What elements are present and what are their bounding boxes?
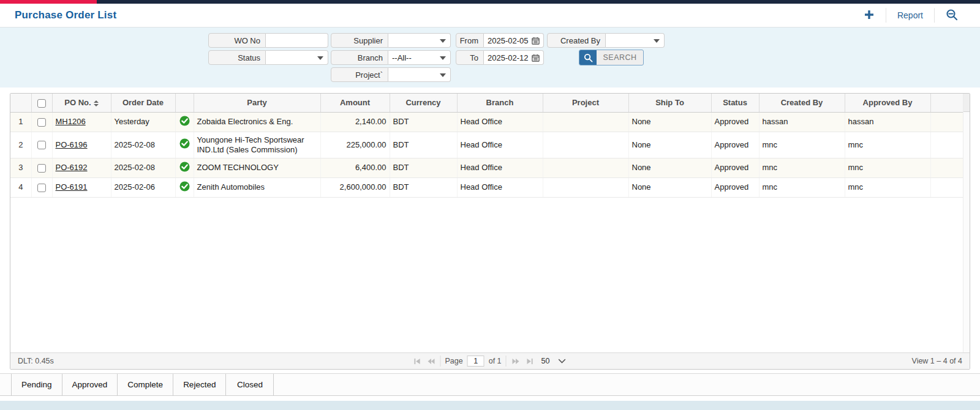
party-cell: Youngone Hi-Tech Sportswear IND.Ltd (Sal… bbox=[194, 132, 320, 158]
pager: Page of 1 50 bbox=[412, 353, 568, 369]
to-date-input[interactable]: 2025-02-12 bbox=[484, 50, 544, 65]
order-date-cell: 2025-02-06 bbox=[111, 177, 175, 197]
to-label: To bbox=[456, 50, 484, 65]
currency-cell: BDT bbox=[390, 132, 457, 158]
amount-cell: 2,600,000.00 bbox=[320, 177, 390, 197]
approved-check-icon bbox=[175, 177, 194, 197]
row-checkbox[interactable] bbox=[37, 184, 46, 192]
tab-rejected[interactable]: Rejected bbox=[173, 374, 226, 395]
from-date-input[interactable]: 2025-02-05 bbox=[484, 33, 544, 48]
project-cell bbox=[543, 132, 628, 158]
supplier-select[interactable] bbox=[388, 33, 451, 48]
row-checkbox-cell bbox=[31, 158, 52, 177]
party-cell: Zenith Automobiles bbox=[194, 177, 320, 197]
po-number-link[interactable]: PO-6196 bbox=[56, 140, 88, 149]
po-number-cell: MH1206 bbox=[52, 112, 111, 132]
page-size-select[interactable]: 50 bbox=[539, 355, 568, 367]
amount-cell: 2,140.00 bbox=[320, 112, 390, 132]
from-label: From bbox=[456, 33, 484, 48]
project-cell bbox=[543, 158, 628, 177]
po-number-cell: PO-6192 bbox=[52, 158, 111, 177]
last-page-icon[interactable] bbox=[525, 356, 535, 367]
ship-to-cell: None bbox=[628, 112, 711, 132]
po-number-link[interactable]: PO-6191 bbox=[56, 182, 88, 192]
col-project[interactable]: Project bbox=[543, 94, 628, 112]
row-checkbox[interactable] bbox=[37, 141, 46, 149]
report-button[interactable]: Report bbox=[886, 7, 934, 24]
page-label: Page bbox=[445, 357, 463, 365]
project-select[interactable] bbox=[388, 67, 451, 82]
po-number-link[interactable]: MH1206 bbox=[56, 117, 86, 126]
col-currency[interactable]: Currency bbox=[390, 94, 457, 112]
created-by-cell: mnc bbox=[759, 132, 845, 158]
plus-icon bbox=[864, 9, 875, 22]
toggle-search-button[interactable] bbox=[935, 7, 969, 24]
amount-cell: 6,400.00 bbox=[320, 158, 390, 177]
search-button-label: SEARCH bbox=[597, 50, 643, 65]
table-row: 3PO-61922025-02-08ZOOM TECHNOLOGY6,400.0… bbox=[10, 158, 963, 177]
status-cell: Approved bbox=[711, 112, 759, 132]
grid-scrollbar[interactable] bbox=[963, 94, 970, 352]
page-of-label: of 1 bbox=[489, 357, 502, 365]
tab-closed[interactable]: Closed bbox=[226, 374, 274, 395]
filler-cell bbox=[930, 132, 963, 158]
page-size-value: 50 bbox=[541, 357, 550, 365]
view-range-label: View 1 – 4 of 4 bbox=[912, 357, 962, 365]
col-amount[interactable]: Amount bbox=[320, 94, 390, 112]
branch-select[interactable]: --All-- bbox=[388, 50, 451, 65]
col-status[interactable]: Status bbox=[711, 94, 759, 112]
search-button[interactable]: SEARCH bbox=[579, 50, 644, 65]
wo-no-input[interactable] bbox=[266, 33, 328, 48]
divider bbox=[506, 356, 507, 367]
purchase-order-table: PO No. Order Date Party Amount Currency … bbox=[10, 94, 963, 198]
chevron-down-icon bbox=[654, 39, 660, 43]
col-approved-by[interactable]: Approved By bbox=[845, 94, 930, 112]
prev-page-icon[interactable] bbox=[426, 356, 436, 367]
po-number-link[interactable]: PO-6192 bbox=[56, 163, 88, 172]
first-page-icon[interactable] bbox=[412, 356, 422, 367]
supplier-label: Supplier bbox=[331, 33, 388, 48]
top-bar-red-segment bbox=[0, 0, 97, 4]
row-checkbox[interactable] bbox=[37, 164, 46, 173]
filter-created-by: Created By bbox=[547, 33, 665, 48]
sort-icon[interactable] bbox=[94, 100, 99, 106]
calendar-icon[interactable] bbox=[532, 54, 540, 62]
branch-cell: Head Office bbox=[457, 177, 543, 197]
col-po-no[interactable]: PO No. bbox=[52, 94, 111, 112]
created-by-cell: mnc bbox=[759, 177, 845, 197]
col-branch[interactable]: Branch bbox=[457, 94, 543, 112]
filler-cell bbox=[930, 177, 963, 197]
tab-complete[interactable]: Complete bbox=[118, 374, 173, 395]
col-ship-to[interactable]: Ship To bbox=[628, 94, 711, 112]
top-bar-navy-segment bbox=[97, 0, 980, 4]
tab-approved[interactable]: Approved bbox=[62, 374, 118, 395]
calendar-icon[interactable] bbox=[532, 37, 540, 45]
col-order-date[interactable]: Order Date bbox=[111, 94, 175, 112]
select-all-checkbox[interactable] bbox=[37, 99, 46, 108]
row-checkbox-cell bbox=[31, 132, 52, 158]
col-party[interactable]: Party bbox=[194, 94, 320, 112]
chevron-down-icon bbox=[440, 73, 446, 77]
header-actions: Report bbox=[853, 6, 969, 24]
table-header-row: PO No. Order Date Party Amount Currency … bbox=[10, 94, 963, 112]
grid-footer: DLT: 0.45s Page of 1 50 View 1 bbox=[10, 352, 970, 369]
row-checkbox-cell bbox=[31, 177, 52, 197]
branch-cell: Head Office bbox=[457, 158, 543, 177]
status-cell: Approved bbox=[711, 158, 759, 177]
ship-to-cell: None bbox=[628, 158, 711, 177]
created-by-select[interactable] bbox=[606, 33, 665, 48]
tab-pending[interactable]: Pending bbox=[11, 374, 62, 395]
filter-to-date: To 2025-02-12 bbox=[456, 50, 544, 65]
status-label: Status bbox=[208, 50, 266, 65]
add-button[interactable] bbox=[853, 7, 886, 24]
page-number-input[interactable] bbox=[467, 356, 484, 367]
created-by-cell: hassan bbox=[759, 112, 845, 132]
row-number: 2 bbox=[10, 132, 31, 158]
next-page-icon[interactable] bbox=[511, 356, 521, 367]
status-select[interactable] bbox=[266, 50, 328, 65]
col-created-by[interactable]: Created By bbox=[759, 94, 845, 112]
divider bbox=[440, 356, 441, 367]
page-title: Purchase Order List bbox=[15, 9, 116, 21]
branch-cell: Head Office bbox=[457, 112, 543, 132]
row-checkbox[interactable] bbox=[37, 118, 46, 127]
